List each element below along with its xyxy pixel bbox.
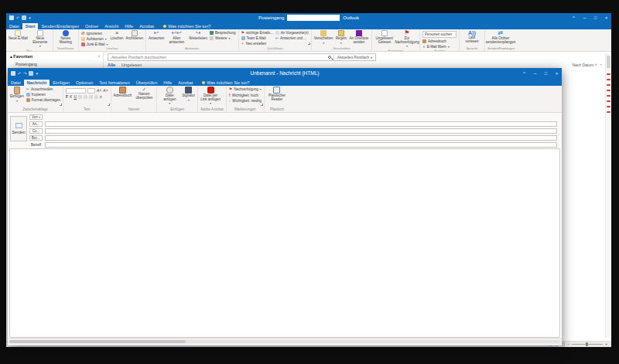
addressbook-button[interactable]: Adressbuch [422,39,457,43]
delete-button[interactable]: × Löschen [111,30,124,41]
bullet-list-icon[interactable] [78,95,82,99]
quickstep-item[interactable]: ⚑wichtige Emails... [241,31,273,35]
tell-me-box[interactable]: Was möchten Sie tun? [163,24,210,29]
to-button[interactable]: An... [29,121,43,127]
meeting-button[interactable]: Besprechung [210,31,236,35]
read-aloud-button[interactable]: A)) Laut vorlesen [462,30,482,43]
signature-button[interactable]: Signatur ▾ [182,87,195,102]
send-receive-all-button[interactable]: ⇄ Alle Ordner senden/empfangen [487,30,514,44]
minimize-icon[interactable]: ─ [530,68,540,78]
format-painter-button[interactable]: Format übertragen [26,98,60,102]
align-menu-icon[interactable]: ≡ [100,95,102,99]
printer-icon[interactable] [29,71,33,76]
qat-customize-icon[interactable]: ▾ [36,71,38,76]
horizontal-scrollbar-thumb[interactable] [9,340,186,343]
cc-field[interactable] [45,128,557,134]
increase-indent-icon[interactable] [94,95,98,99]
tab-acrobat[interactable]: Acrobat [136,23,157,29]
tab-start[interactable]: Start [22,23,39,29]
reply-button[interactable]: ↩ Antworten [149,30,164,41]
tell-me-box[interactable]: Was möchten Sie tun? [202,80,249,86]
decrease-indent-icon[interactable] [89,95,93,99]
ribbon-display-options-icon[interactable]: ^ [569,13,579,22]
onenote-button[interactable]: An OneNote senden [349,30,369,44]
italic-button[interactable]: K [70,95,72,99]
mailbox-search-box[interactable]: Aktuelles Postfach durchsuchen Aktuelles… [108,53,376,61]
check-names-button[interactable]: ✓ Namen überprüfen [134,87,154,100]
sidebar-item-posteingang[interactable]: Posteingang [15,62,37,66]
followup-button[interactable]: ⚑ Zur Nachverfolgung ▾ [397,30,417,49]
undo-icon[interactable]: ↶ [16,15,19,20]
zoom-in-icon[interactable]: + [605,342,607,346]
scrollbar-thumb[interactable] [607,56,610,68]
dialog-launcher-icon[interactable] [261,104,263,106]
new-meeting-button[interactable]: Neues Meeting [56,30,76,44]
tab-datei[interactable]: Datei [6,23,22,29]
save-icon[interactable] [9,15,14,20]
low-importance-button[interactable]: ↓Wichtigkeit: niedrig [229,99,262,103]
move-button[interactable]: Verschieben ▾ [314,30,333,45]
search-scope-dropdown[interactable]: Aktuelles Postfach▾ [333,55,375,60]
bcc-button[interactable]: Bcc... [29,135,43,141]
zoom-out-icon[interactable]: − [567,342,569,346]
filter-all-tab[interactable]: Alle [108,63,115,67]
rules-button[interactable]: Regeln ▾ [336,30,347,45]
attach-file-button[interactable]: Datei anfügen ▾ [159,87,180,106]
immersive-reader-button[interactable]: Plastischer Reader [267,87,287,101]
close-icon[interactable]: × [601,13,611,22]
favorites-header[interactable]: ▴ Favoriten [10,54,32,59]
archive-button[interactable]: Archivieren [126,30,144,41]
quickstep-item[interactable]: Team E-Mail [241,36,273,40]
tab-ordner[interactable]: Ordner [82,23,101,29]
send-button[interactable]: Senden [10,116,27,141]
tab-ansicht[interactable]: Ansicht [101,23,121,29]
new-email-button[interactable]: Neue E-Mail [9,30,28,41]
tab-nachricht[interactable]: Nachricht [24,80,50,86]
redo-icon[interactable]: ↷ [23,71,26,76]
maximize-icon[interactable]: □ [590,13,600,22]
zoom-slider-thumb[interactable] [586,342,588,346]
more-respond-button[interactable]: Weitere▾ [210,36,236,40]
cut-button[interactable]: ✂Ausschneiden [26,87,60,91]
maximize-icon[interactable]: □ [541,68,551,78]
shrink-font-icon[interactable]: A˅ [103,89,108,93]
cleanup-button[interactable]: Aufräumen▾ [81,37,108,41]
sort-by-date-dropdown[interactable]: Nach Datum ˅ [572,63,597,67]
new-items-button[interactable]: Neue Elemente ▾ [30,30,50,49]
save-icon[interactable] [11,71,15,76]
tab-datei[interactable]: Datei [8,80,24,86]
bcc-field[interactable] [45,135,557,141]
tab-hilfe[interactable]: Hilfe [160,80,175,86]
ignore-button[interactable]: ⊘Ignorieren [81,31,108,36]
from-button[interactable]: Von▾ [29,114,43,120]
followup-button[interactable]: ⚑Nachverfolgung▾ [229,87,262,91]
tab-hilfe[interactable]: Hilfe [121,23,136,29]
unread-read-button[interactable]: Ungelesen/ Gelesen [374,30,395,44]
font-name-combobox[interactable] [66,88,86,94]
message-body-editor[interactable] [9,148,560,338]
filter-unread-tab[interactable]: Ungelesen [121,63,142,67]
dialog-launcher-icon[interactable] [108,104,110,106]
minimize-icon[interactable]: ─ [580,13,590,22]
font-size-combobox[interactable] [87,88,95,94]
addressbook-button[interactable]: Adressbuch [114,87,132,98]
grow-font-icon[interactable]: A˄ [97,89,101,93]
horizontal-scrollbar[interactable] [9,340,560,343]
attach-via-link-button[interactable]: Datei per Link anfügen ▾ [200,87,221,106]
collapse-folder-pane-icon[interactable]: ‹ [98,53,100,58]
dialog-launcher-icon[interactable] [308,43,310,45]
high-importance-button[interactable]: !Wichtigkeit: hoch [229,93,262,97]
dialog-launcher-icon[interactable] [60,104,62,106]
tab-text-formatieren[interactable]: Text formatieren [96,80,132,86]
qat-customize-icon[interactable]: ▾ [29,15,31,20]
forward-button[interactable]: ↪ Weiterleiten [189,30,207,41]
paste-button[interactable]: Einfügen ▾ [10,87,24,103]
subject-field[interactable] [45,142,557,148]
tab-optionen[interactable]: Optionen [73,80,96,86]
numbered-list-icon[interactable] [84,95,87,99]
copy-button[interactable]: Kopieren [26,93,60,97]
bold-button[interactable]: F [66,95,68,99]
close-icon[interactable]: × [552,68,562,78]
printer-icon[interactable] [22,15,26,20]
quickstep-item[interactable]: ✦Neu erstellen [241,42,273,46]
